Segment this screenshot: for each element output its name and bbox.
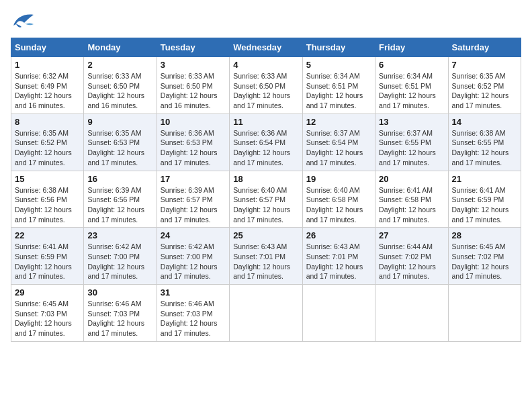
day-number: 29 (15, 287, 80, 298)
calendar-cell: 31Sunrise: 6:46 AMSunset: 7:03 PMDayligh… (157, 285, 229, 342)
day-number: 3 (161, 60, 226, 70)
calendar-cell: 2Sunrise: 6:33 AMSunset: 6:50 PMDaylight… (84, 57, 157, 114)
calendar-cell: 12Sunrise: 6:37 AMSunset: 6:54 PMDayligh… (302, 113, 375, 171)
calendar-cell: 11Sunrise: 6:36 AMSunset: 6:54 PMDayligh… (230, 113, 302, 171)
calendar-cell: 24Sunrise: 6:42 AMSunset: 7:00 PMDayligh… (157, 228, 229, 285)
calendar-cell: 8Sunrise: 6:35 AMSunset: 6:52 PMDaylight… (11, 113, 84, 171)
day-number: 31 (161, 287, 226, 298)
day-number: 27 (379, 230, 444, 240)
day-info: Sunrise: 6:40 AMSunset: 6:58 PMDaylight:… (306, 185, 371, 225)
calendar-cell: 30Sunrise: 6:46 AMSunset: 7:03 PMDayligh… (84, 285, 157, 342)
calendar-table: SundayMondayTuesdayWednesdayThursdayFrid… (11, 38, 521, 342)
day-number: 28 (452, 230, 517, 240)
day-info: Sunrise: 6:32 AMSunset: 6:49 PMDaylight:… (15, 71, 80, 111)
calendar-cell: 21Sunrise: 6:41 AMSunset: 6:59 PMDayligh… (448, 171, 521, 228)
day-number: 19 (306, 174, 371, 184)
day-info: Sunrise: 6:35 AMSunset: 6:52 PMDaylight:… (452, 71, 517, 111)
calendar-cell: 9Sunrise: 6:35 AMSunset: 6:53 PMDaylight… (84, 113, 157, 171)
day-info: Sunrise: 6:46 AMSunset: 7:03 PMDaylight:… (161, 299, 226, 338)
calendar-cell: 28Sunrise: 6:45 AMSunset: 7:02 PMDayligh… (448, 228, 521, 285)
day-number: 4 (233, 60, 298, 70)
calendar-header-thursday: Thursday (302, 38, 375, 57)
day-info: Sunrise: 6:38 AMSunset: 6:56 PMDaylight:… (15, 185, 80, 225)
day-info: Sunrise: 6:39 AMSunset: 6:56 PMDaylight:… (87, 185, 152, 225)
day-number: 5 (306, 60, 371, 70)
calendar-cell: 18Sunrise: 6:40 AMSunset: 6:57 PMDayligh… (230, 171, 302, 228)
calendar-cell (230, 285, 302, 342)
calendar-cell (302, 285, 375, 342)
calendar-header-tuesday: Tuesday (157, 38, 229, 57)
day-info: Sunrise: 6:45 AMSunset: 7:03 PMDaylight:… (15, 299, 80, 338)
day-info: Sunrise: 6:37 AMSunset: 6:55 PMDaylight:… (379, 128, 444, 168)
calendar-cell: 15Sunrise: 6:38 AMSunset: 6:56 PMDayligh… (11, 171, 84, 228)
day-info: Sunrise: 6:40 AMSunset: 6:57 PMDaylight:… (233, 185, 298, 225)
day-number: 24 (161, 230, 226, 240)
day-number: 1 (15, 60, 80, 70)
calendar-week-row: 1Sunrise: 6:32 AMSunset: 6:49 PMDaylight… (11, 57, 521, 114)
day-info: Sunrise: 6:43 AMSunset: 7:01 PMDaylight:… (306, 242, 371, 281)
logo (11, 11, 38, 30)
calendar-cell: 10Sunrise: 6:36 AMSunset: 6:53 PMDayligh… (157, 113, 229, 171)
day-number: 14 (452, 117, 517, 127)
day-info: Sunrise: 6:42 AMSunset: 7:00 PMDaylight:… (87, 242, 152, 281)
calendar-week-row: 29Sunrise: 6:45 AMSunset: 7:03 PMDayligh… (11, 285, 521, 342)
day-info: Sunrise: 6:33 AMSunset: 6:50 PMDaylight:… (87, 71, 152, 111)
calendar-cell: 13Sunrise: 6:37 AMSunset: 6:55 PMDayligh… (375, 113, 448, 171)
day-info: Sunrise: 6:36 AMSunset: 6:54 PMDaylight:… (233, 128, 298, 168)
day-number: 23 (87, 230, 152, 240)
calendar-cell: 1Sunrise: 6:32 AMSunset: 6:49 PMDaylight… (11, 57, 84, 114)
calendar-header-wednesday: Wednesday (230, 38, 302, 57)
calendar-header-saturday: Saturday (448, 38, 521, 57)
day-info: Sunrise: 6:41 AMSunset: 6:59 PMDaylight:… (452, 185, 517, 225)
calendar-header-friday: Friday (375, 38, 448, 57)
day-number: 7 (452, 60, 517, 70)
calendar-header-sunday: Sunday (11, 38, 84, 57)
day-info: Sunrise: 6:39 AMSunset: 6:57 PMDaylight:… (161, 185, 226, 225)
day-number: 8 (15, 117, 80, 127)
calendar-cell: 5Sunrise: 6:34 AMSunset: 6:51 PMDaylight… (302, 57, 375, 114)
day-number: 30 (87, 287, 152, 298)
day-number: 18 (233, 174, 298, 184)
calendar-cell: 19Sunrise: 6:40 AMSunset: 6:58 PMDayligh… (302, 171, 375, 228)
calendar-cell: 14Sunrise: 6:38 AMSunset: 6:55 PMDayligh… (448, 113, 521, 171)
calendar-cell: 20Sunrise: 6:41 AMSunset: 6:58 PMDayligh… (375, 171, 448, 228)
calendar-cell: 25Sunrise: 6:43 AMSunset: 7:01 PMDayligh… (230, 228, 302, 285)
calendar-cell: 22Sunrise: 6:41 AMSunset: 6:59 PMDayligh… (11, 228, 84, 285)
day-info: Sunrise: 6:34 AMSunset: 6:51 PMDaylight:… (306, 71, 371, 111)
calendar-cell: 7Sunrise: 6:35 AMSunset: 6:52 PMDaylight… (448, 57, 521, 114)
day-info: Sunrise: 6:35 AMSunset: 6:52 PMDaylight:… (15, 128, 80, 168)
day-number: 15 (15, 174, 80, 184)
day-info: Sunrise: 6:34 AMSunset: 6:51 PMDaylight:… (379, 71, 444, 111)
calendar-header-monday: Monday (84, 38, 157, 57)
day-info: Sunrise: 6:35 AMSunset: 6:53 PMDaylight:… (87, 128, 152, 168)
day-info: Sunrise: 6:33 AMSunset: 6:50 PMDaylight:… (161, 71, 226, 111)
calendar-cell (375, 285, 448, 342)
calendar-cell: 23Sunrise: 6:42 AMSunset: 7:00 PMDayligh… (84, 228, 157, 285)
calendar-cell: 3Sunrise: 6:33 AMSunset: 6:50 PMDaylight… (157, 57, 229, 114)
day-number: 10 (161, 117, 226, 127)
calendar-cell: 4Sunrise: 6:33 AMSunset: 6:50 PMDaylight… (230, 57, 302, 114)
calendar-week-row: 22Sunrise: 6:41 AMSunset: 6:59 PMDayligh… (11, 228, 521, 285)
day-number: 26 (306, 230, 371, 240)
calendar-cell: 27Sunrise: 6:44 AMSunset: 7:02 PMDayligh… (375, 228, 448, 285)
calendar-cell: 6Sunrise: 6:34 AMSunset: 6:51 PMDaylight… (375, 57, 448, 114)
day-number: 2 (87, 60, 152, 70)
calendar-cell: 17Sunrise: 6:39 AMSunset: 6:57 PMDayligh… (157, 171, 229, 228)
day-number: 22 (15, 230, 80, 240)
day-info: Sunrise: 6:33 AMSunset: 6:50 PMDaylight:… (233, 71, 298, 111)
calendar-week-row: 8Sunrise: 6:35 AMSunset: 6:52 PMDaylight… (11, 113, 521, 171)
day-number: 21 (452, 174, 517, 184)
day-info: Sunrise: 6:46 AMSunset: 7:03 PMDaylight:… (87, 299, 152, 338)
day-number: 16 (87, 174, 152, 184)
day-info: Sunrise: 6:36 AMSunset: 6:53 PMDaylight:… (161, 128, 226, 168)
calendar-cell: 26Sunrise: 6:43 AMSunset: 7:01 PMDayligh… (302, 228, 375, 285)
day-number: 12 (306, 117, 371, 127)
day-number: 20 (379, 174, 444, 184)
day-info: Sunrise: 6:43 AMSunset: 7:01 PMDaylight:… (233, 242, 298, 281)
day-info: Sunrise: 6:45 AMSunset: 7:02 PMDaylight:… (452, 242, 517, 281)
day-info: Sunrise: 6:42 AMSunset: 7:00 PMDaylight:… (161, 242, 226, 281)
logo-icon (11, 11, 35, 30)
calendar-cell (448, 285, 521, 342)
calendar-cell: 29Sunrise: 6:45 AMSunset: 7:03 PMDayligh… (11, 285, 84, 342)
day-info: Sunrise: 6:44 AMSunset: 7:02 PMDaylight:… (379, 242, 444, 281)
